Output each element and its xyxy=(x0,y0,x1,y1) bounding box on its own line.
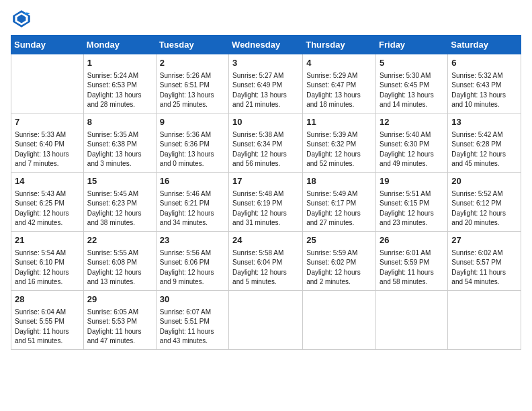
calendar-cell: 16Sunrise: 5:46 AMSunset: 6:21 PMDayligh… xyxy=(156,173,228,232)
daylight-text: Daylight: 12 hours and 52 minutes. xyxy=(306,150,361,168)
day-number: 17 xyxy=(232,175,299,188)
day-number: 13 xyxy=(451,116,517,129)
sunrise-text: Sunrise: 6:05 AM xyxy=(87,308,138,316)
calendar-cell: 21Sunrise: 5:54 AMSunset: 6:10 PMDayligh… xyxy=(11,232,84,291)
calendar-cell: 10Sunrise: 5:38 AMSunset: 6:34 PMDayligh… xyxy=(229,113,303,173)
daylight-text: Daylight: 12 hours and 34 minutes. xyxy=(160,210,214,227)
calendar-cell: 13Sunrise: 5:42 AMSunset: 6:28 PMDayligh… xyxy=(448,113,521,173)
calendar-cell: 12Sunrise: 5:40 AMSunset: 6:30 PMDayligh… xyxy=(376,113,448,173)
sunset-text: Sunset: 6:36 PM xyxy=(160,140,210,148)
calendar-cell xyxy=(376,291,448,350)
calendar-cell: 27Sunrise: 6:02 AMSunset: 5:57 PMDayligh… xyxy=(448,232,521,291)
day-number: 12 xyxy=(380,116,444,129)
sunset-text: Sunset: 6:45 PM xyxy=(380,81,429,89)
daylight-text: Daylight: 13 hours and 0 minutes. xyxy=(160,150,214,168)
day-number: 22 xyxy=(87,234,152,247)
sunrise-text: Sunrise: 5:59 AM xyxy=(306,249,357,257)
calendar-cell: 26Sunrise: 6:01 AMSunset: 5:59 PMDayligh… xyxy=(376,232,448,291)
sunset-text: Sunset: 6:10 PM xyxy=(15,259,64,266)
calendar-cell: 6Sunrise: 5:32 AMSunset: 6:43 PMDaylight… xyxy=(448,54,521,113)
daylight-text: Daylight: 11 hours and 54 minutes. xyxy=(451,269,506,286)
day-number: 6 xyxy=(451,57,517,70)
daylight-text: Daylight: 12 hours and 16 minutes. xyxy=(15,269,69,286)
day-number: 26 xyxy=(380,234,444,247)
sunrise-text: Sunrise: 5:38 AM xyxy=(232,131,283,138)
daylight-text: Daylight: 13 hours and 14 minutes. xyxy=(380,91,434,109)
day-number: 20 xyxy=(451,175,517,188)
day-number: 25 xyxy=(306,234,372,247)
sunrise-text: Sunrise: 5:30 AM xyxy=(380,72,431,79)
sunrise-text: Sunrise: 5:51 AM xyxy=(380,190,431,197)
sunset-text: Sunset: 5:57 PM xyxy=(451,259,501,266)
calendar-cell: 22Sunrise: 5:55 AMSunset: 6:08 PMDayligh… xyxy=(83,232,156,291)
sunrise-text: Sunrise: 5:52 AM xyxy=(451,190,502,197)
sunset-text: Sunset: 6:06 PM xyxy=(160,259,210,266)
sunrise-text: Sunrise: 5:58 AM xyxy=(232,249,283,257)
daylight-text: Daylight: 12 hours and 56 minutes. xyxy=(232,150,287,168)
calendar-cell: 20Sunrise: 5:52 AMSunset: 6:12 PMDayligh… xyxy=(448,173,521,232)
weekday-header-friday: Friday xyxy=(376,36,448,54)
day-number: 29 xyxy=(87,293,152,306)
sunset-text: Sunset: 6:08 PM xyxy=(87,259,137,266)
sunrise-text: Sunrise: 5:56 AM xyxy=(160,249,211,257)
calendar-table: SundayMondayTuesdayWednesdayThursdayFrid… xyxy=(11,35,521,350)
day-number: 16 xyxy=(160,175,225,188)
day-number: 11 xyxy=(306,116,372,129)
sunset-text: Sunset: 6:17 PM xyxy=(306,199,356,207)
calendar-header-row: SundayMondayTuesdayWednesdayThursdayFrid… xyxy=(11,36,521,54)
daylight-text: Daylight: 12 hours and 31 minutes. xyxy=(232,210,287,227)
weekday-header-sunday: Sunday xyxy=(11,36,84,54)
daylight-text: Daylight: 12 hours and 42 minutes. xyxy=(15,210,69,227)
sunrise-text: Sunrise: 5:39 AM xyxy=(306,131,357,138)
calendar-cell: 11Sunrise: 5:39 AMSunset: 6:32 PMDayligh… xyxy=(303,113,376,173)
sunrise-text: Sunrise: 5:49 AM xyxy=(306,190,357,197)
sunrise-text: Sunrise: 5:40 AM xyxy=(380,131,431,138)
weekday-header-thursday: Thursday xyxy=(303,36,376,54)
daylight-text: Daylight: 12 hours and 5 minutes. xyxy=(232,269,287,286)
sunset-text: Sunset: 6:02 PM xyxy=(306,259,356,266)
daylight-text: Daylight: 13 hours and 25 minutes. xyxy=(160,91,214,109)
sunset-text: Sunset: 6:04 PM xyxy=(232,259,282,266)
calendar-cell xyxy=(303,291,376,350)
sunset-text: Sunset: 6:25 PM xyxy=(15,199,64,207)
calendar-week-row: 7Sunrise: 5:33 AMSunset: 6:40 PMDaylight… xyxy=(11,113,521,173)
calendar-cell: 19Sunrise: 5:51 AMSunset: 6:15 PMDayligh… xyxy=(376,173,448,232)
calendar-cell: 2Sunrise: 5:26 AMSunset: 6:51 PMDaylight… xyxy=(156,54,228,113)
calendar-cell: 29Sunrise: 6:05 AMSunset: 5:53 PMDayligh… xyxy=(83,291,156,350)
sunrise-text: Sunrise: 5:42 AM xyxy=(451,131,502,138)
calendar-cell: 25Sunrise: 5:59 AMSunset: 6:02 PMDayligh… xyxy=(303,232,376,291)
sunset-text: Sunset: 6:53 PM xyxy=(87,81,137,89)
daylight-text: Daylight: 13 hours and 28 minutes. xyxy=(87,91,142,109)
day-number: 10 xyxy=(232,116,299,129)
calendar-week-row: 14Sunrise: 5:43 AMSunset: 6:25 PMDayligh… xyxy=(11,173,521,232)
day-number: 1 xyxy=(87,57,152,70)
daylight-text: Daylight: 11 hours and 51 minutes. xyxy=(15,328,69,345)
day-number: 30 xyxy=(160,293,225,306)
daylight-text: Daylight: 13 hours and 18 minutes. xyxy=(306,91,361,109)
daylight-text: Daylight: 11 hours and 58 minutes. xyxy=(380,269,434,286)
sunset-text: Sunset: 6:23 PM xyxy=(87,199,137,207)
sunset-text: Sunset: 6:34 PM xyxy=(232,140,282,148)
daylight-text: Daylight: 13 hours and 7 minutes. xyxy=(15,150,69,168)
sunrise-text: Sunrise: 5:27 AM xyxy=(232,72,283,79)
sunset-text: Sunset: 6:12 PM xyxy=(451,199,501,207)
sunset-text: Sunset: 6:49 PM xyxy=(232,81,282,89)
header xyxy=(11,8,521,30)
sunset-text: Sunset: 6:43 PM xyxy=(451,81,501,89)
day-number: 23 xyxy=(160,234,225,247)
sunrise-text: Sunrise: 5:32 AM xyxy=(451,72,502,79)
calendar-cell: 14Sunrise: 5:43 AMSunset: 6:25 PMDayligh… xyxy=(11,173,84,232)
daylight-text: Daylight: 12 hours and 23 minutes. xyxy=(380,210,434,227)
sunset-text: Sunset: 6:40 PM xyxy=(15,140,64,148)
calendar-cell: 28Sunrise: 6:04 AMSunset: 5:55 PMDayligh… xyxy=(11,291,84,350)
weekday-header-monday: Monday xyxy=(83,36,156,54)
weekday-header-saturday: Saturday xyxy=(448,36,521,54)
day-number: 15 xyxy=(87,175,152,188)
daylight-text: Daylight: 12 hours and 9 minutes. xyxy=(160,269,214,286)
calendar-cell: 4Sunrise: 5:29 AMSunset: 6:47 PMDaylight… xyxy=(303,54,376,113)
daylight-text: Daylight: 12 hours and 20 minutes. xyxy=(451,210,506,227)
sunrise-text: Sunrise: 5:48 AM xyxy=(232,190,283,197)
calendar-cell: 18Sunrise: 5:49 AMSunset: 6:17 PMDayligh… xyxy=(303,173,376,232)
calendar-cell: 3Sunrise: 5:27 AMSunset: 6:49 PMDaylight… xyxy=(229,54,303,113)
sunrise-text: Sunrise: 5:45 AM xyxy=(87,190,138,197)
